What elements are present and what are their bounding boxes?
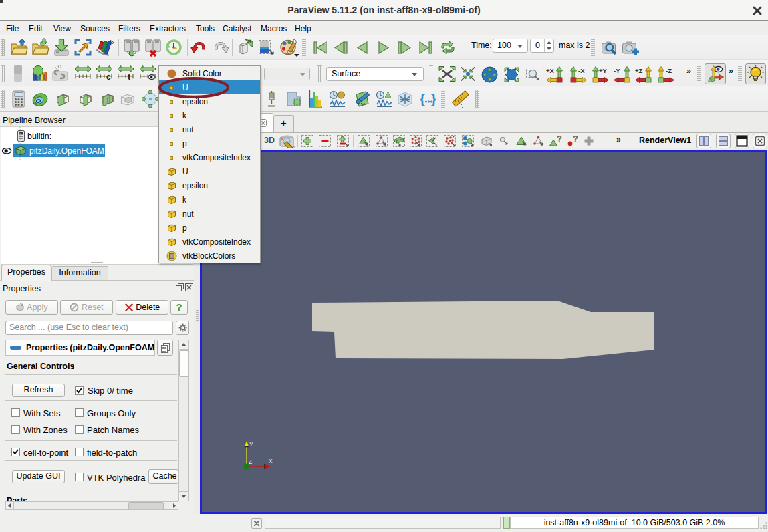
svg-text:t: t [128,72,130,82]
svg-text:-Y: -Y [614,67,620,74]
svg-text:{: { [420,92,425,106]
svg-text:+X: +X [546,67,555,74]
svg-text:X: X [269,458,273,464]
svg-text:}: } [431,92,436,106]
svg-text:?: ? [557,134,562,144]
svg-text:c: c [106,72,111,82]
svg-text:?: ? [573,134,578,144]
svg-text:-X: -X [578,67,585,74]
svg-text:Y: Y [249,441,253,448]
svg-text:Z: Z [249,458,252,465]
svg-text:+Z: +Z [635,67,643,74]
svg-text:-Z: -Z [666,67,672,74]
svg-text:+Y: +Y [599,67,608,74]
